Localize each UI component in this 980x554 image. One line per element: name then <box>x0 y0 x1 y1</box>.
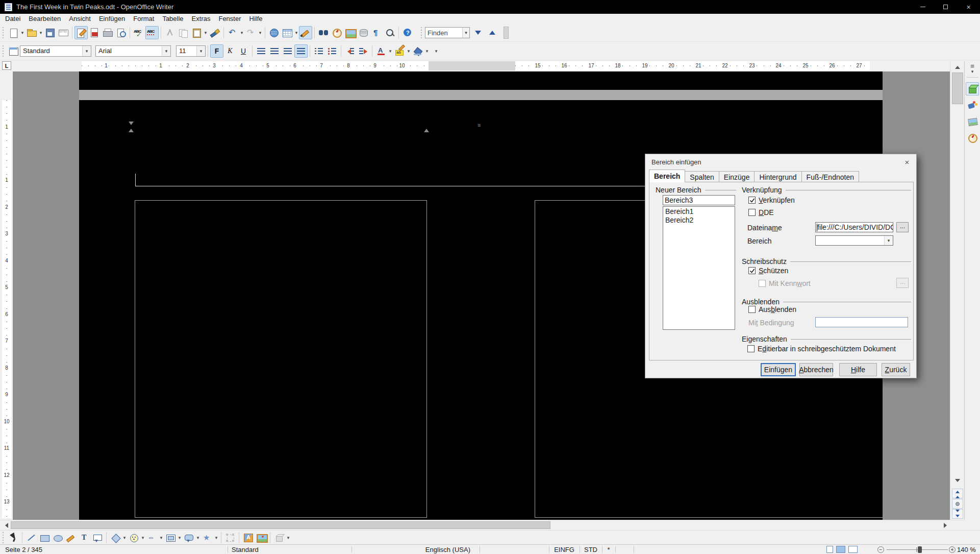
tab-hintergrund[interactable]: Hintergrund <box>754 171 801 182</box>
page-number-status[interactable]: Seite 2 / 345 <box>5 545 42 554</box>
navigation-button[interactable] <box>952 499 963 509</box>
symbol-shapes-button[interactable] <box>127 531 140 544</box>
stars-button[interactable]: ★ <box>200 531 214 544</box>
open-dropdown[interactable]: ▾ <box>38 30 43 35</box>
align-right-button[interactable] <box>281 44 294 58</box>
toolbar-grip[interactable] <box>420 27 423 38</box>
table-button[interactable] <box>281 26 294 39</box>
scroll-down-button[interactable] <box>950 476 965 487</box>
email-button[interactable] <box>57 26 70 39</box>
menu-bearbeiten[interactable]: Bearbeiten <box>24 14 65 23</box>
insert-button[interactable]: Einfügen <box>761 363 796 376</box>
edit-points-button[interactable] <box>223 531 237 544</box>
undo-button[interactable]: ↶ <box>226 26 239 39</box>
hanging-indent-marker[interactable] <box>129 126 134 132</box>
sidebar-menu-button[interactable]: ≡▾ <box>970 64 975 74</box>
zoom-level-status[interactable]: 140 % <box>957 545 976 554</box>
gallery-button[interactable] <box>343 26 357 39</box>
hyperlink-button[interactable] <box>267 26 281 39</box>
multi-page-view-icon[interactable] <box>836 546 845 553</box>
freeform-tool-button[interactable] <box>64 531 78 544</box>
tab-einzuege[interactable]: Einzüge <box>719 171 755 182</box>
bold-button[interactable]: F <box>210 44 223 58</box>
title-bar[interactable]: The First Week in Twin Peaks.odt - OpenO… <box>0 0 980 14</box>
font-name-combo[interactable]: Arial ▾ <box>95 45 171 57</box>
find-previous-button[interactable] <box>486 27 498 39</box>
highlighting-dropdown[interactable]: ▾ <box>406 49 411 54</box>
browse-file-button[interactable]: ... <box>896 222 909 232</box>
previous-page-button[interactable] <box>952 489 963 498</box>
sidebar-tab-properties[interactable] <box>966 82 979 95</box>
column-gap-handle-icon[interactable]: ≡ <box>478 122 481 128</box>
font-name-dropdown[interactable]: ▾ <box>162 46 170 56</box>
scroll-right-button[interactable] <box>941 520 951 531</box>
menu-ansicht[interactable]: Ansicht <box>65 14 95 23</box>
redo-dropdown[interactable]: ▾ <box>258 30 263 35</box>
block-arrows-dropdown[interactable]: ▾ <box>159 535 164 540</box>
bullet-list-button[interactable] <box>325 44 339 58</box>
scroll-left-button[interactable] <box>0 520 10 531</box>
find-replace-button[interactable] <box>317 26 330 39</box>
spellcheck-button[interactable]: ABC✓ <box>132 26 145 39</box>
section-list[interactable]: Bereich1 Bereich2 <box>663 206 735 330</box>
italic-button[interactable]: K <box>223 44 237 58</box>
increase-indent-button[interactable] <box>357 44 370 58</box>
section-dropdown[interactable]: ▾ <box>815 235 893 246</box>
tab-fussendnoten[interactable]: Fuß-/Endnoten <box>801 171 859 182</box>
menu-hilfe[interactable]: Hilfe <box>245 14 267 23</box>
show-draw-functions-button[interactable] <box>299 26 312 39</box>
sidebar-tab-navigator[interactable] <box>966 131 979 144</box>
table-dropdown[interactable]: ▾ <box>294 30 299 35</box>
link-checkbox-row[interactable]: Verknüpfen <box>748 196 795 204</box>
background-color-dropdown[interactable]: ▾ <box>424 49 430 54</box>
condition-input[interactable] <box>815 317 908 327</box>
sidebar-tab-gallery[interactable] <box>966 115 979 128</box>
hide-checkbox-row[interactable]: Ausblenden <box>748 305 796 314</box>
underline-button[interactable]: U <box>237 44 250 58</box>
rectangle-tool-button[interactable] <box>38 531 51 544</box>
find-next-button[interactable] <box>472 27 484 39</box>
navigator-button[interactable] <box>330 26 343 39</box>
background-color-button[interactable] <box>411 44 424 58</box>
menu-format[interactable]: Format <box>129 14 158 23</box>
styles-window-button[interactable] <box>7 44 20 58</box>
selection-mode-status[interactable]: STD <box>580 545 602 554</box>
protect-checkbox-row[interactable]: Schützen <box>748 267 788 275</box>
horizontal-scroll-thumb[interactable] <box>11 521 550 529</box>
redo-button[interactable]: ↷ <box>244 26 258 39</box>
zoom-slider-track[interactable] <box>887 549 948 550</box>
toolbar-grip[interactable] <box>2 45 5 57</box>
align-center-button[interactable] <box>268 44 281 58</box>
zoom-out-button[interactable]: − <box>877 546 884 553</box>
tab-bereich[interactable]: Bereich <box>649 170 685 182</box>
format-paintbrush-button[interactable] <box>208 26 221 39</box>
language-status[interactable]: Englisch (USA) <box>351 545 480 554</box>
font-size-combo[interactable]: 11 ▾ <box>176 45 206 57</box>
paste-dropdown[interactable]: ▾ <box>203 30 208 35</box>
flowchart-button[interactable] <box>164 531 177 544</box>
paste-button[interactable] <box>190 26 203 39</box>
filename-input[interactable]: file:///C:/Users/DIVID/DOWN <box>815 222 893 232</box>
ellipse-tool-button[interactable] <box>51 531 64 544</box>
flowchart-dropdown[interactable]: ▾ <box>177 535 182 540</box>
sidebar-tab-styles[interactable] <box>966 99 979 112</box>
autospellcheck-button[interactable]: ABC <box>145 26 159 39</box>
help-button[interactable]: ? <box>401 26 414 39</box>
cancel-button[interactable]: Abbrechen <box>799 363 833 376</box>
vertical-scrollbar[interactable] <box>950 61 964 520</box>
horizontal-ruler[interactable]: 11234567891015161718192021222324252627 ≡ <box>0 60 980 71</box>
callouts-dropdown[interactable]: ▾ <box>195 535 200 540</box>
checkbox-unchecked[interactable] <box>747 345 755 352</box>
menu-einfuegen[interactable]: Einfügen <box>95 14 129 23</box>
checkbox-unchecked[interactable] <box>748 306 756 313</box>
justify-button[interactable] <box>294 44 308 58</box>
paragraph-style-combo[interactable]: Standard ▾ <box>20 45 91 57</box>
paragraph-style-dropdown[interactable]: ▾ <box>82 46 91 56</box>
document-modified-status[interactable]: * <box>602 545 615 554</box>
text-box-button[interactable]: T <box>78 531 91 544</box>
new-document-dropdown[interactable]: ▾ <box>20 30 25 35</box>
dialog-title-bar[interactable]: Bereich einfügen <box>645 154 916 170</box>
menu-fenster[interactable]: Fenster <box>214 14 245 23</box>
minimize-button[interactable] <box>911 0 934 14</box>
symbol-shapes-dropdown[interactable]: ▾ <box>140 535 145 540</box>
